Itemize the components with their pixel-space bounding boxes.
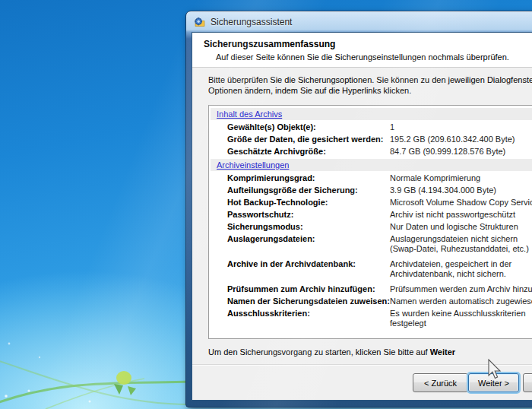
row-label: Archive in der Archivdatenbank: <box>210 259 390 279</box>
summary-row: Aufteilungsgröße der Sicherung: 3.9 GB (… <box>210 185 532 195</box>
next-button[interactable]: Weiter > <box>468 373 519 392</box>
row-label: Passwortschutz: <box>210 210 390 220</box>
page-title: Sicherungszusammenfassung <box>204 39 532 49</box>
summary-row: Auslagerungsdateien: Auslagerungsdateien… <box>210 234 532 254</box>
row-value: Normale Komprimierung <box>390 173 480 183</box>
row-value: Namen werden automatisch zugewiesen <box>390 296 532 306</box>
section-archive-settings: Archiveinstellungen <box>211 159 532 171</box>
row-value: 3.9 GB (4.194.304.000 Byte) <box>390 185 496 195</box>
summary-row: Ausschlusskriterien: Es wurden keine Aus… <box>210 309 532 328</box>
row-value: Nur Daten und logische Strukturen <box>390 222 518 232</box>
row-value: Microsoft Volume Shadow Copy Service <box>390 198 532 208</box>
summary-row: Archive in der Archivdatenbank: Archivda… <box>210 259 532 279</box>
row-label: Größe der Daten, die gesichert werden: <box>210 135 390 144</box>
summary-row: Sicherungsmodus: Nur Daten und logische … <box>210 222 532 232</box>
cancel-button[interactable]: Abbrechen <box>523 373 532 392</box>
summary-panel: Inhalt des Archivs Gewählte(s) Objekt(e)… <box>208 105 532 339</box>
wizard-client-area: Sicherungszusammenfassung Auf dieser Sei… <box>192 32 532 401</box>
summary-row: Namen der Sicherungsdateien zuweisen: Na… <box>210 296 532 306</box>
archive-content-link[interactable]: Inhalt des Archivs <box>217 109 282 119</box>
row-label: Hot Backup-Technologie: <box>210 198 390 208</box>
summary-row: Gewählte(s) Objekt(e): 1 <box>210 122 532 132</box>
row-label: Ausschlusskriterien: <box>210 309 390 328</box>
wizard-page-body: Bitte überprüfen Sie die Sicherungsoptio… <box>192 68 532 400</box>
summary-row: Hot Backup-Technologie: Microsoft Volume… <box>210 198 532 208</box>
summary-row: Prüfsummen zum Archiv hinzufügen: Prüfsu… <box>210 284 532 294</box>
instruction-line-2: Optionen ändern, indem Sie auf die Hyper… <box>208 85 532 96</box>
button-row: < Zurück Weiter > Abbrechen <box>208 370 532 396</box>
row-value: Archiv ist nicht passwortgeschützt <box>390 210 515 220</box>
section-archive-content: Inhalt des Archivs <box>211 108 532 120</box>
row-label: Namen der Sicherungsdateien zuweisen: <box>210 296 390 306</box>
row-label: Gewählte(s) Objekt(e): <box>210 122 390 132</box>
desktop: Sicherungsassistent Sicherungszusammenfa… <box>0 0 532 409</box>
page-subtitle: Auf dieser Seite können Sie die Sicherun… <box>216 52 532 62</box>
row-value: Auslagerungsdateien nicht sichern (Swap-… <box>390 234 529 254</box>
start-note: Um den Sicherungsvorgang zu starten, kli… <box>208 347 532 357</box>
row-value: 1 <box>390 122 394 132</box>
archive-settings-link[interactable]: Archiveinstellungen <box>217 160 289 170</box>
row-label: Aufteilungsgröße der Sicherung: <box>210 185 390 195</box>
row-label: Prüfsummen zum Archiv hinzufügen: <box>210 284 390 294</box>
button-separator <box>192 364 532 366</box>
window-titlebar[interactable]: Sicherungsassistent <box>187 12 532 32</box>
window-title: Sicherungsassistent <box>211 17 292 27</box>
row-label: Komprimierungsgrad: <box>210 173 390 183</box>
summary-row: Größe der Daten, die gesichert werden: 1… <box>210 135 532 144</box>
back-button[interactable]: < Zurück <box>413 373 468 392</box>
backup-wizard-window: Sicherungsassistent Sicherungszusammenfa… <box>185 11 532 407</box>
instruction-line-1: Bitte überprüfen Sie die Sicherungsoptio… <box>208 75 532 85</box>
row-label: Geschätzte Archivgröße: <box>210 147 390 157</box>
row-value: 84.7 GB (90.999.128.576 Byte) <box>390 147 505 157</box>
row-value: Es wurden keine Ausschlusskriterien fest… <box>390 309 526 328</box>
backup-wizard-icon <box>194 16 206 28</box>
row-label: Auslagerungsdateien: <box>210 234 390 254</box>
summary-row: Passwortschutz: Archiv ist nicht passwor… <box>210 210 532 220</box>
row-value: Archivdateien, gespeichert in der Archiv… <box>390 259 511 279</box>
summary-row: Komprimierungsgrad: Normale Komprimierun… <box>210 173 532 183</box>
wizard-page-header: Sicherungszusammenfassung Auf dieser Sei… <box>192 33 532 68</box>
row-value: Prüfsummen werden zum Archiv hinzugefügt <box>390 284 532 294</box>
start-note-weiter: Weiter <box>430 347 455 357</box>
row-value: 195.2 GB (209.610.342.400 Byte) <box>390 135 515 144</box>
summary-row: Geschätzte Archivgröße: 84.7 GB (90.999.… <box>210 147 532 157</box>
row-label: Sicherungsmodus: <box>210 222 390 232</box>
